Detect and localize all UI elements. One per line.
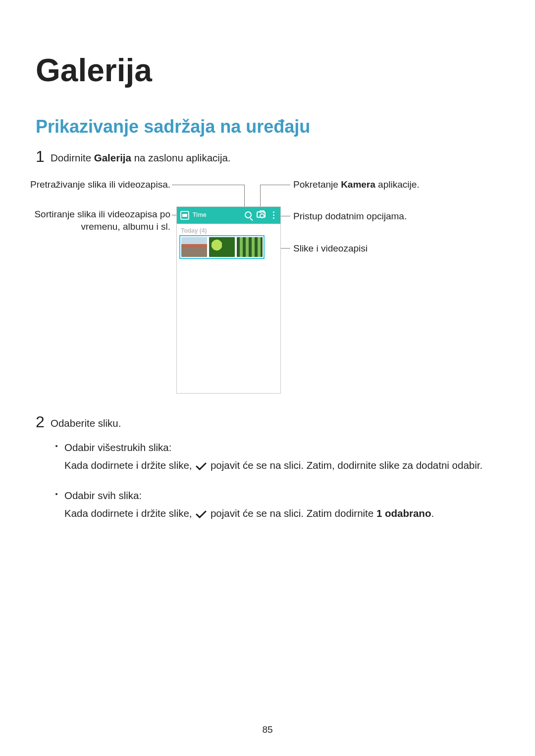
thumbnail[interactable] bbox=[237, 237, 263, 257]
connector-line bbox=[260, 185, 290, 185]
section-heading: Prikazivanje sadržaja na uređaju bbox=[36, 116, 310, 137]
search-icon[interactable] bbox=[245, 211, 252, 218]
step-2-text: Odaberite sliku. bbox=[51, 417, 121, 429]
document-page: Galerija Prikazivanje sadržaja na uređaj… bbox=[0, 0, 535, 756]
bullet-item-1: Odabir višestrukih slika: Kada dodirnete… bbox=[64, 440, 490, 473]
check-icon bbox=[196, 462, 207, 470]
gallery-thumbnails-row[interactable] bbox=[179, 235, 265, 259]
callout-camera-label: Pokretanje Kamera aplikacije. bbox=[293, 179, 482, 191]
bullet-2-bold: 1 odabrano bbox=[376, 507, 431, 519]
bullet-1-post: pojavit će se na slici. Zatim, dodirnite… bbox=[208, 459, 482, 471]
check-icon bbox=[196, 510, 207, 518]
bullet-2-post: . bbox=[431, 507, 434, 519]
page-title: Galerija bbox=[36, 52, 152, 89]
step-1-text: Dodirnite Galerija na zaslonu aplikacija… bbox=[51, 152, 231, 164]
callout-thumbs-label: Slike i videozapisi bbox=[293, 243, 482, 255]
bullet-2-pre: Kada dodirnete i držite slike, bbox=[64, 507, 195, 519]
header-sort-label[interactable]: Time bbox=[193, 211, 207, 218]
page-number: 85 bbox=[0, 724, 535, 735]
callout-camera-pre: Pokretanje bbox=[293, 179, 341, 190]
step-1-bold: Galerija bbox=[94, 152, 131, 163]
callout-camera-bold: Kamera bbox=[341, 179, 375, 190]
callout-camera-post: aplikacije. bbox=[375, 179, 420, 190]
hamburger-icon[interactable] bbox=[180, 211, 189, 220]
callout-options-label: Pristup dodatnim opcijama. bbox=[293, 210, 482, 223]
more-options-icon[interactable] bbox=[270, 211, 276, 220]
thumbnail[interactable] bbox=[181, 237, 207, 257]
bullet-dot bbox=[55, 445, 57, 447]
bullet-dot bbox=[55, 493, 57, 495]
step-1-pre: Dodirnite bbox=[51, 152, 94, 163]
callout-sort-label: Sortiranje slika ili videozapisa po vrem… bbox=[12, 208, 170, 233]
bullet-2-mid: pojavit će se na slici. Zatim dodirnite bbox=[208, 507, 376, 519]
callout-search-label: Pretraživanje slika ili videozapisa. bbox=[12, 179, 170, 191]
bullet-2-title: Odabir svih slika: bbox=[64, 490, 142, 501]
bullet-item-2: Odabir svih slika: Kada dodirnete i drži… bbox=[64, 488, 490, 521]
gallery-subheader: Today (4) bbox=[181, 227, 207, 234]
connector-line bbox=[172, 185, 245, 185]
thumbnail[interactable] bbox=[209, 237, 235, 257]
bullet-1-title: Odabir višestrukih slika: bbox=[64, 442, 171, 453]
camera-icon[interactable] bbox=[257, 211, 266, 218]
step-number-2: 2 bbox=[36, 413, 45, 431]
gallery-header: Time bbox=[177, 207, 280, 224]
phone-screenshot: Time Today (4) bbox=[176, 206, 281, 394]
bullet-1-pre: Kada dodirnete i držite slike, bbox=[64, 459, 195, 471]
step-1-post: na zaslonu aplikacija. bbox=[131, 152, 231, 163]
step-number-1: 1 bbox=[36, 148, 45, 166]
